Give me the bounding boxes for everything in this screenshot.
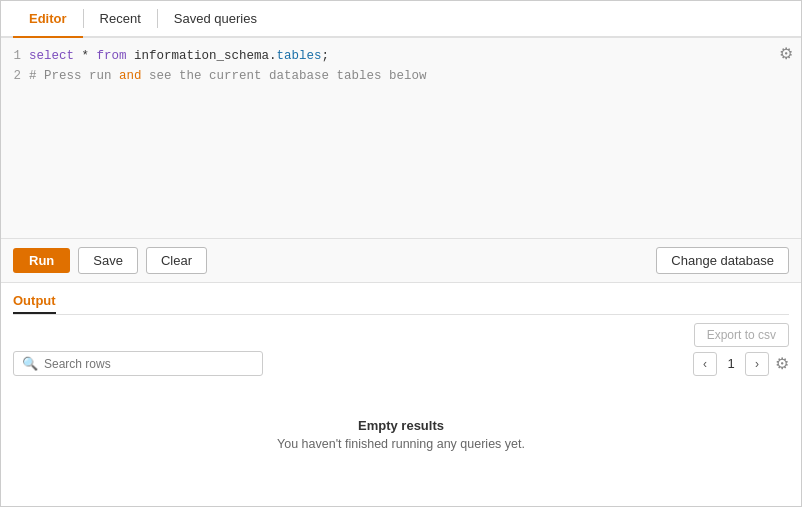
pagination-settings-icon[interactable]: ⚙ [775, 354, 789, 373]
tab-saved-queries[interactable]: Saved queries [158, 1, 273, 38]
pagination-prev-button[interactable]: ‹ [693, 352, 717, 376]
run-button[interactable]: Run [13, 248, 70, 273]
editor-section: ⚙ 1 2 select * from information_schema.t… [1, 38, 801, 238]
empty-results-title: Empty results [358, 418, 444, 433]
editor-settings-icon[interactable]: ⚙ [779, 44, 793, 63]
change-database-button[interactable]: Change database [656, 247, 789, 274]
save-button[interactable]: Save [78, 247, 138, 274]
pagination: ‹ 1 › ⚙ [693, 352, 789, 376]
pagination-current-page: 1 [723, 356, 739, 371]
search-input[interactable] [44, 357, 254, 371]
search-icon: 🔍 [22, 356, 38, 371]
output-label: Output [13, 283, 789, 314]
line-numbers: 1 2 [1, 46, 29, 230]
export-csv-button[interactable]: Export to csv [694, 323, 789, 347]
line-num-2: 2 [11, 66, 21, 86]
output-section: Output Export to csv 🔍 ‹ 1 › ⚙ Empty res… [1, 283, 801, 506]
output-header-row: Export to csv [13, 315, 789, 351]
editor-toolbar: Run Save Clear Change database [1, 238, 801, 283]
tab-recent[interactable]: Recent [84, 1, 157, 38]
clear-button[interactable]: Clear [146, 247, 207, 274]
pagination-next-button[interactable]: › [745, 352, 769, 376]
tab-bar: Editor Recent Saved queries [1, 1, 801, 38]
empty-results-subtitle: You haven't finished running any queries… [277, 437, 525, 451]
empty-results-area: Empty results You haven't finished runni… [13, 382, 789, 506]
tab-editor[interactable]: Editor [13, 1, 83, 38]
search-pagination-row: 🔍 ‹ 1 › ⚙ [13, 351, 789, 376]
code-editor[interactable]: 1 2 select * from information_schema.tab… [1, 38, 801, 238]
line-num-1: 1 [11, 46, 21, 66]
search-box[interactable]: 🔍 [13, 351, 263, 376]
main-window: Editor Recent Saved queries ⚙ 1 2 select… [0, 0, 802, 507]
code-content[interactable]: select * from information_schema.tables;… [29, 46, 801, 230]
